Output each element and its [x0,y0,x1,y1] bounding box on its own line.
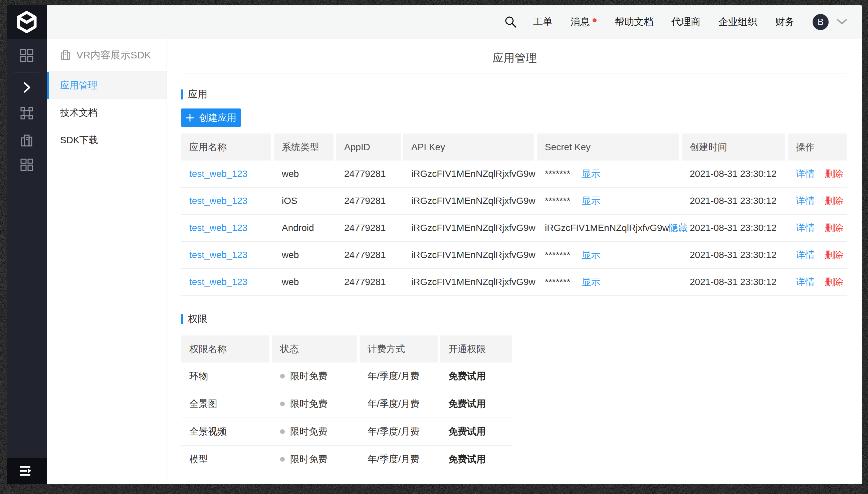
created-at-cell: 2021-08-31 23:30:12 [682,188,785,214]
table-row: 全景图 限时免费 年/季度/月费 免费试用 [181,390,512,418]
app-name-link[interactable]: test_web_123 [189,277,247,287]
nav-agents[interactable]: 代理商 [672,15,700,29]
layout-grid-icon[interactable] [19,157,34,172]
billing-cell: 年/季度/月费 [360,390,438,418]
table-row: test_web_123 web 24779281 iRGzcFIV1MEnNZ… [181,269,847,296]
permissions-table-header: 权限名称 状态 计费方式 开通权限 [181,336,512,362]
api-key-cell: iRGzcFIV1MEnNZqlRjxfvG9w [403,188,534,214]
app-id-cell: 24779281 [336,215,401,241]
nav-enterprise-org[interactable]: 企业组织 [718,15,757,29]
notification-dot-icon [592,18,597,22]
nav-finance[interactable]: 财务 [775,15,795,29]
sidebar-item-tech-docs[interactable]: 技术文档 [47,99,167,127]
os-type-cell: web [274,242,334,268]
app-id-cell: 24779281 [336,188,401,214]
building-icon [59,49,72,61]
secret-key-cell: *******显示 [537,242,679,268]
app-id-cell: 24779281 [336,242,401,268]
app-name-link[interactable]: test_web_123 [189,195,247,206]
product-header: VR内容展示SDK [47,39,167,72]
delete-link[interactable]: 删除 [825,249,843,261]
os-type-cell: web [274,160,334,187]
show-secret-link[interactable]: 显示 [582,276,600,288]
product-title: VR内容展示SDK [76,49,151,62]
rail-divider [14,72,39,72]
app-name-link[interactable]: test_web_123 [189,223,247,233]
secret-key-cell: *******显示 [537,188,679,214]
table-row: 环物 限时免费 年/季度/月费 免费试用 [181,362,512,390]
status-dot-icon [280,401,285,406]
detail-link[interactable]: 详情 [796,168,815,180]
delete-link[interactable]: 删除 [825,195,843,207]
secret-key-cell: *******显示 [537,160,679,187]
delete-link[interactable]: 删除 [825,168,843,180]
detail-link[interactable]: 详情 [796,276,815,288]
search-icon[interactable] [505,16,517,28]
billing-cell: 年/季度/月费 [360,445,438,473]
status-cell: 限时免费 [272,390,357,418]
app-window: 工单 消息 帮助文档 代理商 企业组织 财务 B [7,5,862,484]
cube-logo-icon [16,11,37,33]
table-row: 全景视频 限时免费 年/季度/月费 免费试用 [181,418,512,445]
create-app-button[interactable]: 创建应用 [181,109,241,127]
page-title: 应用管理 [167,51,862,66]
detail-link[interactable]: 详情 [796,195,815,207]
secret-key-cell: iRGzcFIV1MEnNZqlRjxfvG9w隐藏 [537,215,679,241]
secret-key-cell: *******显示 [537,269,679,296]
sidebar-item-sdk-download[interactable]: SDK下载 [47,127,167,154]
command-apps-icon[interactable] [19,106,34,120]
apps-table: 应用名称 系统类型 AppID API Key Secret Key 创建时间 … [181,134,847,296]
delete-link[interactable]: 删除 [825,276,843,288]
status-cell: 限时免费 [272,418,357,445]
os-type-cell: iOS [274,188,334,214]
top-bar: 工单 消息 帮助文档 代理商 企业组织 财务 B [7,5,862,39]
table-row: 模型 限时免费 年/季度/月费 免费试用 [181,445,512,473]
billing-cell: 年/季度/月费 [360,418,438,445]
perm-section-heading: 权限 [181,312,207,326]
show-secret-link[interactable]: 显示 [582,249,600,261]
dashboard-grid-icon[interactable] [19,48,34,63]
nav-work-order[interactable]: 工单 [533,15,552,29]
perm-name-cell: 模型 [181,445,269,473]
chevron-down-icon[interactable] [837,19,847,25]
logo[interactable] [7,5,47,39]
created-at-cell: 2021-08-31 23:30:12 [682,215,785,241]
table-row: test_web_123 iOS 24779281 iRGzcFIV1MEnNZ… [181,188,847,215]
created-at-cell: 2021-08-31 23:30:12 [682,242,785,268]
chevron-right-icon[interactable] [20,81,33,94]
app-name-link[interactable]: test_web_123 [189,250,247,260]
title-divider [181,73,847,73]
detail-link[interactable]: 详情 [796,249,815,261]
perm-name-cell: 环物 [181,362,269,390]
delete-link[interactable]: 删除 [825,222,843,234]
avatar[interactable]: B [813,14,829,30]
created-at-cell: 2021-08-31 23:30:12 [682,269,785,296]
section-accent-bar [181,314,183,324]
grant-cell: 免费试用 [440,445,512,473]
main-content: 应用管理 应用 创建应用 应用名称 系统类型 AppID API Key Sec… [167,39,862,484]
api-key-cell: iRGzcFIV1MEnNZqlRjxfvG9w [403,242,534,268]
billing-cell: 年/季度/月费 [360,362,438,390]
show-secret-link[interactable]: 显示 [582,195,600,207]
detail-link[interactable]: 详情 [796,222,815,234]
app-id-cell: 24779281 [336,269,401,296]
building-icon[interactable] [19,133,34,148]
status-dot-icon [280,429,285,434]
os-type-cell: web [274,269,334,296]
table-row: test_web_123 Android 24779281 iRGzcFIV1M… [181,215,847,242]
apps-table-header: 应用名称 系统类型 AppID API Key Secret Key 创建时间 … [181,134,847,160]
grant-cell: 免费试用 [440,362,512,390]
status-cell: 限时免费 [272,362,357,390]
nav-messages[interactable]: 消息 [570,15,597,29]
nav-help-docs[interactable]: 帮助文档 [615,15,653,29]
app-name-link[interactable]: test_web_123 [189,169,247,179]
app-id-cell: 24779281 [336,160,401,187]
table-row: test_web_123 web 24779281 iRGzcFIV1MEnNZ… [181,160,847,188]
api-key-cell: iRGzcFIV1MEnNZqlRjxfvG9w [403,215,534,241]
collapse-menu-button[interactable] [7,458,47,484]
left-rail [7,5,47,484]
sidebar-item-app-management[interactable]: 应用管理 [47,72,167,99]
section-accent-bar [181,90,183,99]
show-secret-link[interactable]: 显示 [582,168,600,180]
perm-name-cell: 全景图 [181,390,269,418]
